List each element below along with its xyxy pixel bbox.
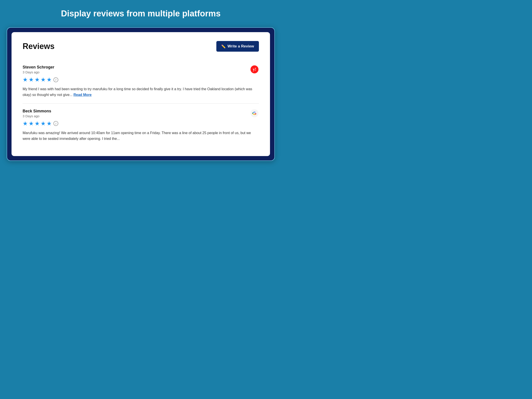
reviewer-name: Beck Simmons [23, 109, 51, 114]
star-3: ★ [35, 120, 40, 127]
star-2: ★ [29, 76, 34, 83]
star-half: ★ [47, 120, 52, 127]
info-circle: i [53, 77, 58, 82]
svg-text:y!: y! [253, 67, 256, 72]
yelp-icon: y! [250, 65, 259, 74]
reviews-header: Reviews ✏️ Write a Review [23, 41, 259, 52]
review-item: Beck Simmons 3 Days ago G [23, 103, 259, 147]
reviewer-info: Steven Schroger 3 Days ago [23, 65, 54, 74]
write-review-label: Write a Review [228, 44, 254, 49]
reviews-section-title: Reviews [23, 42, 55, 51]
review-meta: Beck Simmons 3 Days ago G [23, 109, 259, 118]
review-text: Marufuku was amazing! We arrived around … [23, 130, 259, 142]
pencil-icon: ✏️ [221, 44, 226, 49]
page-title: Display reviews from multiple platforms [61, 9, 221, 18]
review-text: My friend I was with had been wanting to… [23, 86, 259, 98]
review-date: 3 Days ago [23, 114, 51, 118]
google-icon: G [250, 109, 259, 118]
star-1: ★ [23, 120, 28, 127]
stars-row: ★ ★ ★ ★ ★ i [23, 120, 259, 127]
star-2: ★ [29, 120, 34, 127]
review-item: Steven Schroger 3 Days ago y! ★ ★ ★ ★ ★ … [23, 60, 259, 103]
reviews-card: Reviews ✏️ Write a Review Steven Schroge… [12, 32, 270, 156]
star-1: ★ [23, 76, 28, 83]
star-4: ★ [41, 120, 46, 127]
outer-frame: Reviews ✏️ Write a Review Steven Schroge… [7, 27, 275, 161]
review-meta: Steven Schroger 3 Days ago y! [23, 65, 259, 74]
reviewer-info: Beck Simmons 3 Days ago [23, 109, 51, 118]
read-more-link[interactable]: Read More [73, 93, 92, 97]
info-circle: i [53, 121, 58, 126]
reviewer-name: Steven Schroger [23, 65, 54, 70]
stars-row: ★ ★ ★ ★ ★ i [23, 76, 259, 83]
star-half: ★ [47, 76, 52, 83]
star-3: ★ [35, 76, 40, 83]
review-date: 3 Days ago [23, 70, 54, 74]
star-4: ★ [41, 76, 46, 83]
write-review-button[interactable]: ✏️ Write a Review [216, 41, 259, 52]
